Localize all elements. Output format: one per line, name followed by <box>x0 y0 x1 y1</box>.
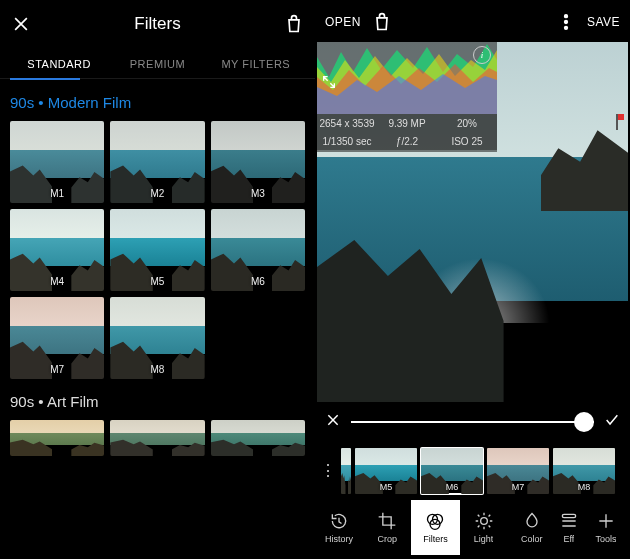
filters-header: Filters <box>0 0 315 42</box>
expand-icon[interactable] <box>321 46 337 62</box>
svg-point-6 <box>480 518 487 525</box>
info-icon[interactable]: i <box>473 46 491 64</box>
tool-color[interactable]: Color <box>508 500 556 555</box>
tool-effects[interactable]: Eff <box>556 500 582 555</box>
filmstrip-thumb-m6[interactable]: M6 <box>421 448 483 494</box>
filmstrip-thumb-prev[interactable] <box>341 448 351 494</box>
filter-thumb-m5[interactable]: M5 <box>110 209 204 291</box>
filter-thumb-m6[interactable]: M6 <box>211 209 305 291</box>
shopping-bag-icon[interactable] <box>371 11 393 33</box>
filter-label: M6 <box>421 482 483 492</box>
image-viewport[interactable]: i 2654 x 3539 9.39 MP 20% 1/1350 sec ƒ/2… <box>317 42 628 402</box>
close-icon[interactable] <box>10 13 32 35</box>
filter-thumb-m2[interactable]: M2 <box>110 121 204 203</box>
filter-thumb-m1[interactable]: M1 <box>10 121 104 203</box>
filter-label: M3 <box>211 188 305 199</box>
filter-thumb-m4[interactable]: M4 <box>10 209 104 291</box>
filter-strength-slider[interactable] <box>351 421 594 423</box>
editor-header: OPEN SAVE <box>315 0 630 40</box>
section-modern-film: 90s • Modern Film M1 M2 M3 M4 M5 M6 M7 M… <box>0 80 315 456</box>
filter-thumb-m7[interactable]: M7 <box>10 297 104 379</box>
filter-label: M5 <box>110 276 204 287</box>
filmstrip-thumb-m5[interactable]: M5 <box>355 448 417 494</box>
image-dimensions: 2654 x 3539 <box>317 118 377 129</box>
histogram-overlay[interactable]: i 2654 x 3539 9.39 MP 20% 1/1350 sec ƒ/2… <box>317 42 497 152</box>
image-megapixels: 9.39 MP <box>377 118 437 129</box>
editor-toolbar: History Crop Filters Light Color Eff <box>315 500 630 555</box>
tab-standard[interactable]: STANDARD <box>10 48 108 78</box>
histogram-info-row2: 1/1350 sec ƒ/2.2 ISO 25 <box>317 132 497 150</box>
histogram-info-row1: 2654 x 3539 9.39 MP 20% <box>317 114 497 132</box>
svg-point-2 <box>565 27 568 30</box>
filter-filmstrip: ⋮ M5 M6 M7 M8 <box>315 442 630 500</box>
editor-panel: OPEN SAVE <box>315 0 630 559</box>
tab-premium[interactable]: PREMIUM <box>108 48 206 78</box>
cancel-filter-button[interactable] <box>325 412 341 432</box>
save-button[interactable]: SAVE <box>587 15 620 29</box>
filter-label: M7 <box>10 364 104 375</box>
slider-knob[interactable] <box>574 412 594 432</box>
filmstrip-more-icon[interactable]: ⋮ <box>319 467 337 475</box>
filter-label: M8 <box>553 482 615 492</box>
filter-grid-art-film <box>10 420 305 456</box>
tool-filters[interactable]: Filters <box>411 500 459 555</box>
tool-tools[interactable]: Tools <box>582 500 630 555</box>
filter-thumb-m3[interactable]: M3 <box>211 121 305 203</box>
filter-label: M4 <box>10 276 104 287</box>
filter-label: M2 <box>110 188 204 199</box>
shutter-speed: 1/1350 sec <box>317 136 377 147</box>
iso: ISO 25 <box>437 136 497 147</box>
shopping-bag-icon[interactable] <box>283 13 305 35</box>
filter-thumb-m8[interactable]: M8 <box>110 297 204 379</box>
filter-label: M8 <box>110 364 204 375</box>
filter-strength-row <box>315 402 630 442</box>
filter-thumb-art-1[interactable] <box>10 420 104 456</box>
filters-title: Filters <box>32 14 283 34</box>
tool-history[interactable]: History <box>315 500 363 555</box>
tab-my-filters[interactable]: MY FILTERS <box>207 48 305 78</box>
tool-crop[interactable]: Crop <box>363 500 411 555</box>
aperture: ƒ/2.2 <box>377 136 437 147</box>
confirm-filter-button[interactable] <box>604 412 620 432</box>
filmstrip-thumb-m7[interactable]: M7 <box>487 448 549 494</box>
filters-panel: Filters STANDARD PREMIUM MY FILTERS 90s … <box>0 0 315 559</box>
more-icon[interactable] <box>555 11 577 33</box>
zoom-level: 20% <box>437 118 497 129</box>
filter-label: M5 <box>355 482 417 492</box>
svg-point-0 <box>565 15 568 18</box>
histogram-bars <box>317 42 497 114</box>
filter-label: M1 <box>10 188 104 199</box>
svg-point-1 <box>565 21 568 24</box>
filter-tabs: STANDARD PREMIUM MY FILTERS <box>0 48 315 79</box>
filter-thumb-art-3[interactable] <box>211 420 305 456</box>
section-title-modern-film[interactable]: 90s • Modern Film <box>10 94 305 111</box>
filter-thumb-art-2[interactable] <box>110 420 204 456</box>
section-title-art-film[interactable]: 90s • Art Film <box>10 393 305 410</box>
filter-grid-modern-film: M1 M2 M3 M4 M5 M6 M7 M8 <box>10 121 305 379</box>
filter-label: M7 <box>487 482 549 492</box>
open-button[interactable]: OPEN <box>325 15 361 29</box>
tool-light[interactable]: Light <box>460 500 508 555</box>
filter-label: M6 <box>211 276 305 287</box>
filmstrip-thumb-m8[interactable]: M8 <box>553 448 615 494</box>
